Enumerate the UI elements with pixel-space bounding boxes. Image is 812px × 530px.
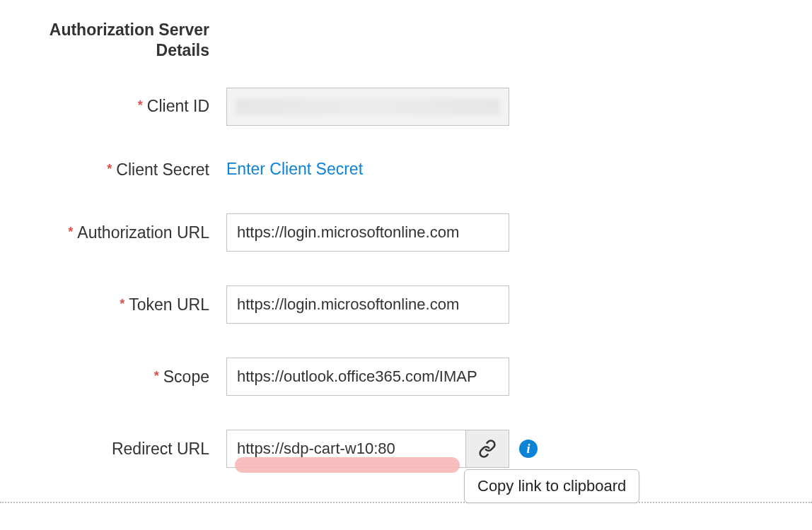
authorization-url-label: *Authorization URL	[0, 223, 226, 243]
required-asterisk: *	[154, 369, 159, 383]
info-icon[interactable]: i	[519, 440, 538, 458]
required-asterisk: *	[120, 297, 124, 311]
enter-client-secret-link[interactable]: Enter Client Secret	[226, 160, 363, 179]
section-divider	[0, 502, 812, 503]
client-id-input[interactable]	[226, 88, 509, 126]
token-url-label: *Token URL	[0, 295, 226, 315]
section-heading-row: Authorization Server Details	[0, 20, 812, 61]
required-asterisk: *	[68, 225, 73, 239]
authorization-url-row: *Authorization URL	[0, 213, 812, 252]
client-id-label: *Client ID	[0, 96, 226, 117]
section-heading-col: Authorization Server Details	[0, 20, 226, 61]
scope-input[interactable]	[226, 358, 509, 396]
copy-link-tooltip: Copy link to clipboard	[464, 469, 639, 503]
client-secret-row: *Client Secret Enter Client Secret	[0, 160, 812, 180]
required-asterisk: *	[107, 162, 112, 176]
client-id-row: *Client ID	[0, 88, 812, 126]
copy-link-button[interactable]	[465, 430, 509, 468]
required-asterisk: *	[138, 98, 143, 112]
redirect-url-row: Redirect URL Copy link to clipboard i	[0, 430, 812, 468]
token-url-input[interactable]	[226, 285, 509, 324]
redirect-url-label: Redirect URL	[0, 439, 226, 459]
client-secret-label: *Client Secret	[0, 160, 226, 180]
scope-label: *Scope	[0, 367, 226, 387]
authorization-url-input[interactable]	[226, 213, 509, 252]
token-url-row: *Token URL	[0, 285, 812, 324]
redirect-url-group: Copy link to clipboard	[226, 430, 509, 468]
redirect-url-input[interactable]	[226, 430, 465, 468]
scope-row: *Scope	[0, 358, 812, 396]
link-icon	[478, 440, 497, 458]
authorization-server-form: Authorization Server Details *Client ID …	[0, 0, 812, 503]
section-heading: Authorization Server Details	[0, 20, 209, 61]
